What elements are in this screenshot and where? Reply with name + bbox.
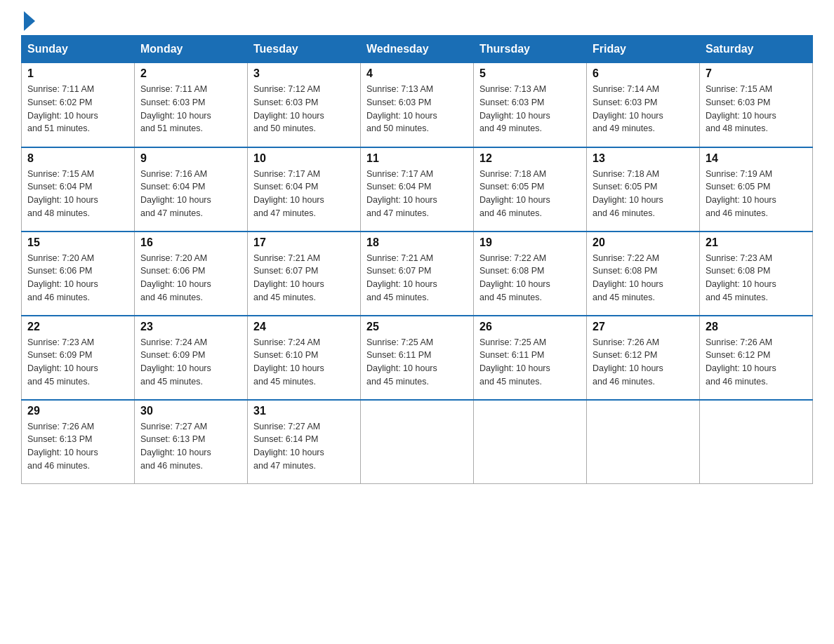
day-info: Sunrise: 7:13 AMSunset: 6:03 PMDaylight:… [366,83,468,135]
day-info: Sunrise: 7:17 AMSunset: 6:04 PMDaylight:… [253,168,355,220]
day-info: Sunrise: 7:14 AMSunset: 6:03 PMDaylight:… [593,83,694,135]
calendar-day-cell: 21Sunrise: 7:23 AMSunset: 6:08 PMDayligh… [700,232,813,316]
day-info: Sunrise: 7:25 AMSunset: 6:11 PMDaylight:… [479,336,581,389]
day-number: 11 [366,152,468,165]
calendar-day-cell: 7Sunrise: 7:15 AMSunset: 6:03 PMDaylight… [700,63,813,147]
calendar-day-cell: 8Sunrise: 7:15 AMSunset: 6:04 PMDaylight… [22,147,135,232]
day-number: 9 [140,152,241,165]
day-number: 28 [706,321,807,333]
calendar-day-cell: 30Sunrise: 7:27 AMSunset: 6:13 PMDayligh… [135,400,248,484]
calendar-day-cell: 31Sunrise: 7:27 AMSunset: 6:14 PMDayligh… [248,400,361,484]
calendar-day-cell [700,400,813,484]
day-info: Sunrise: 7:18 AMSunset: 6:05 PMDaylight:… [479,168,581,220]
calendar-table: SundayMondayTuesdayWednesdayThursdayFrid… [21,35,813,484]
day-number: 16 [140,236,241,249]
calendar-day-cell: 5Sunrise: 7:13 AMSunset: 6:03 PMDaylight… [474,63,587,147]
day-info: Sunrise: 7:19 AMSunset: 6:05 PMDaylight:… [706,168,807,220]
calendar-header: SundayMondayTuesdayWednesdayThursdayFrid… [22,36,813,63]
day-info: Sunrise: 7:20 AMSunset: 6:06 PMDaylight:… [27,252,128,304]
day-number: 15 [27,236,128,249]
day-info: Sunrise: 7:24 AMSunset: 6:10 PMDaylight:… [253,336,355,389]
calendar-week-row: 22Sunrise: 7:23 AMSunset: 6:09 PMDayligh… [22,316,813,400]
day-info: Sunrise: 7:17 AMSunset: 6:04 PMDaylight:… [366,168,468,220]
day-number: 1 [27,67,128,80]
calendar-week-row: 1Sunrise: 7:11 AMSunset: 6:02 PMDaylight… [22,63,813,147]
day-info: Sunrise: 7:23 AMSunset: 6:09 PMDaylight:… [27,336,128,389]
day-info: Sunrise: 7:18 AMSunset: 6:05 PMDaylight:… [593,168,694,220]
logo [21,14,35,28]
calendar-day-cell: 2Sunrise: 7:11 AMSunset: 6:03 PMDaylight… [135,63,248,147]
calendar-day-cell: 17Sunrise: 7:21 AMSunset: 6:07 PMDayligh… [248,232,361,316]
day-of-week-header: Thursday [474,36,587,63]
calendar-week-row: 29Sunrise: 7:26 AMSunset: 6:13 PMDayligh… [22,400,813,484]
calendar-day-cell: 19Sunrise: 7:22 AMSunset: 6:08 PMDayligh… [474,232,587,316]
day-of-week-header: Saturday [700,36,813,63]
day-number: 21 [706,236,807,249]
days-of-week-row: SundayMondayTuesdayWednesdayThursdayFrid… [22,36,813,63]
day-number: 23 [140,321,241,333]
calendar-day-cell: 14Sunrise: 7:19 AMSunset: 6:05 PMDayligh… [700,147,813,232]
day-number: 31 [253,405,355,417]
calendar-day-cell: 10Sunrise: 7:17 AMSunset: 6:04 PMDayligh… [248,147,361,232]
day-number: 7 [706,67,807,80]
day-info: Sunrise: 7:16 AMSunset: 6:04 PMDaylight:… [140,168,241,220]
day-of-week-header: Wednesday [361,36,474,63]
day-number: 13 [593,152,694,165]
day-info: Sunrise: 7:15 AMSunset: 6:04 PMDaylight:… [27,168,128,220]
calendar-day-cell: 9Sunrise: 7:16 AMSunset: 6:04 PMDaylight… [135,147,248,232]
calendar-day-cell: 25Sunrise: 7:25 AMSunset: 6:11 PMDayligh… [361,316,474,400]
day-of-week-header: Friday [587,36,700,63]
calendar-day-cell: 12Sunrise: 7:18 AMSunset: 6:05 PMDayligh… [474,147,587,232]
day-number: 26 [479,321,581,333]
day-info: Sunrise: 7:21 AMSunset: 6:07 PMDaylight:… [253,252,355,304]
day-info: Sunrise: 7:27 AMSunset: 6:14 PMDaylight:… [253,420,355,473]
calendar-day-cell: 15Sunrise: 7:20 AMSunset: 6:06 PMDayligh… [22,232,135,316]
day-number: 20 [593,236,694,249]
day-info: Sunrise: 7:25 AMSunset: 6:11 PMDaylight:… [366,336,468,389]
calendar-day-cell: 23Sunrise: 7:24 AMSunset: 6:09 PMDayligh… [135,316,248,400]
calendar-day-cell: 26Sunrise: 7:25 AMSunset: 6:11 PMDayligh… [474,316,587,400]
calendar-day-cell: 28Sunrise: 7:26 AMSunset: 6:12 PMDayligh… [700,316,813,400]
calendar-day-cell [474,400,587,484]
day-info: Sunrise: 7:22 AMSunset: 6:08 PMDaylight:… [593,252,694,304]
day-number: 8 [27,152,128,165]
calendar-day-cell: 22Sunrise: 7:23 AMSunset: 6:09 PMDayligh… [22,316,135,400]
day-info: Sunrise: 7:23 AMSunset: 6:08 PMDaylight:… [706,252,807,304]
day-number: 18 [366,236,468,249]
calendar-day-cell: 18Sunrise: 7:21 AMSunset: 6:07 PMDayligh… [361,232,474,316]
day-number: 12 [479,152,581,165]
calendar-day-cell: 1Sunrise: 7:11 AMSunset: 6:02 PMDaylight… [22,63,135,147]
day-info: Sunrise: 7:21 AMSunset: 6:07 PMDaylight:… [366,252,468,304]
page-header [21,14,813,28]
calendar-day-cell: 27Sunrise: 7:26 AMSunset: 6:12 PMDayligh… [587,316,700,400]
calendar-day-cell: 4Sunrise: 7:13 AMSunset: 6:03 PMDaylight… [361,63,474,147]
calendar-day-cell: 6Sunrise: 7:14 AMSunset: 6:03 PMDaylight… [587,63,700,147]
day-info: Sunrise: 7:11 AMSunset: 6:03 PMDaylight:… [140,83,241,135]
day-info: Sunrise: 7:12 AMSunset: 6:03 PMDaylight:… [253,83,355,135]
calendar-day-cell: 24Sunrise: 7:24 AMSunset: 6:10 PMDayligh… [248,316,361,400]
day-number: 3 [253,67,355,80]
day-number: 2 [140,67,241,80]
day-number: 19 [479,236,581,249]
day-info: Sunrise: 7:15 AMSunset: 6:03 PMDaylight:… [706,83,807,135]
logo-arrow-icon [24,11,35,31]
day-info: Sunrise: 7:11 AMSunset: 6:02 PMDaylight:… [27,83,128,135]
day-number: 6 [593,67,694,80]
day-info: Sunrise: 7:24 AMSunset: 6:09 PMDaylight:… [140,336,241,389]
day-number: 10 [253,152,355,165]
day-number: 24 [253,321,355,333]
day-info: Sunrise: 7:26 AMSunset: 6:13 PMDaylight:… [27,420,128,473]
day-number: 4 [366,67,468,80]
calendar-day-cell: 13Sunrise: 7:18 AMSunset: 6:05 PMDayligh… [587,147,700,232]
calendar-body: 1Sunrise: 7:11 AMSunset: 6:02 PMDaylight… [22,63,813,484]
day-of-week-header: Tuesday [248,36,361,63]
day-of-week-header: Monday [135,36,248,63]
calendar-day-cell: 20Sunrise: 7:22 AMSunset: 6:08 PMDayligh… [587,232,700,316]
day-info: Sunrise: 7:22 AMSunset: 6:08 PMDaylight:… [479,252,581,304]
day-number: 22 [27,321,128,333]
day-number: 29 [27,405,128,417]
calendar-day-cell [361,400,474,484]
calendar-day-cell [587,400,700,484]
calendar-day-cell: 29Sunrise: 7:26 AMSunset: 6:13 PMDayligh… [22,400,135,484]
day-number: 17 [253,236,355,249]
